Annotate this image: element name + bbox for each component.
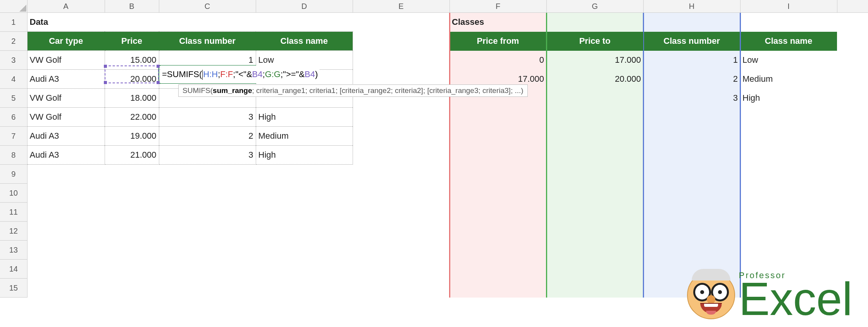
- cell-C2[interactable]: Class number: [159, 32, 256, 51]
- col-header-C[interactable]: C: [159, 0, 256, 13]
- cell-B6[interactable]: 22.000: [105, 108, 159, 127]
- cell-B5[interactable]: 18.000: [105, 89, 159, 108]
- col-header-blank[interactable]: [837, 0, 868, 13]
- row-header-6[interactable]: 6: [0, 108, 27, 127]
- row-header-5[interactable]: 5: [0, 89, 27, 108]
- cell-H9[interactable]: [643, 165, 740, 184]
- col-header-I[interactable]: I: [740, 0, 837, 13]
- col-header-F[interactable]: F: [450, 0, 546, 13]
- cell-I13[interactable]: [740, 241, 837, 260]
- cell-F10[interactable]: [450, 184, 546, 203]
- row-header-8[interactable]: 8: [0, 146, 27, 165]
- cell-H3[interactable]: 1: [643, 51, 740, 70]
- row-header-14[interactable]: 14: [0, 260, 27, 279]
- cell-H2[interactable]: Class number: [643, 32, 740, 51]
- col-header-B[interactable]: B: [105, 0, 159, 13]
- cell-A6[interactable]: VW Golf: [27, 108, 105, 127]
- cell-G2[interactable]: Price to: [546, 32, 643, 51]
- cell-F1[interactable]: Classes: [450, 13, 546, 32]
- cell-J13[interactable]: [837, 241, 868, 260]
- cell-F7[interactable]: [450, 127, 546, 146]
- cell-G6[interactable]: [546, 108, 643, 127]
- cell-B1[interactable]: [105, 13, 159, 32]
- cell-J9[interactable]: [837, 165, 868, 184]
- cell-G9[interactable]: [546, 165, 643, 184]
- cell-D2[interactable]: Class name: [256, 32, 353, 51]
- cell-B7[interactable]: 19.000: [105, 127, 159, 146]
- cell-A2[interactable]: Car type: [27, 32, 105, 51]
- cell-F6[interactable]: [450, 108, 546, 127]
- cell-I5[interactable]: High: [740, 89, 837, 108]
- cell-J10[interactable]: [837, 184, 868, 203]
- worksheet[interactable]: A B C D E F G H I 1 Data Classes 2 Car t…: [0, 0, 868, 327]
- cell-row10-left[interactable]: [27, 184, 450, 203]
- row-header-9[interactable]: 9: [0, 165, 27, 184]
- cell-I1[interactable]: [740, 13, 837, 32]
- cell-H8[interactable]: [643, 146, 740, 165]
- cell-G11[interactable]: [546, 203, 643, 222]
- cell-G14[interactable]: [546, 260, 643, 279]
- cell-row12-left[interactable]: [27, 222, 450, 241]
- cell-A4[interactable]: Audi A3: [27, 70, 105, 89]
- cell-H10[interactable]: [643, 184, 740, 203]
- cell-I6[interactable]: [740, 108, 837, 127]
- cell-E6[interactable]: [353, 108, 450, 127]
- cell-A8[interactable]: Audi A3: [27, 146, 105, 165]
- cell-F12[interactable]: [450, 222, 546, 241]
- cell-J4[interactable]: [837, 70, 868, 89]
- cell-G12[interactable]: [546, 222, 643, 241]
- cell-row14-left[interactable]: [27, 260, 450, 279]
- cell-A7[interactable]: Audi A3: [27, 127, 105, 146]
- cell-H6[interactable]: [643, 108, 740, 127]
- cell-G5[interactable]: [546, 89, 643, 108]
- cell-H1[interactable]: [643, 13, 740, 32]
- cell-J8[interactable]: [837, 146, 868, 165]
- cell-G10[interactable]: [546, 184, 643, 203]
- cell-F11[interactable]: [450, 203, 546, 222]
- cell-F14[interactable]: [450, 260, 546, 279]
- cell-row9-left[interactable]: [27, 165, 450, 184]
- row-header-10[interactable]: 10: [0, 184, 27, 203]
- cell-F3[interactable]: 0: [450, 51, 546, 70]
- cell-B2[interactable]: Price: [105, 32, 159, 51]
- cell-J5[interactable]: [837, 89, 868, 108]
- cell-D1[interactable]: [256, 13, 353, 32]
- cell-A3[interactable]: VW Golf: [27, 51, 105, 70]
- cell-G13[interactable]: [546, 241, 643, 260]
- row-header-3[interactable]: 3: [0, 51, 27, 70]
- cell-A1[interactable]: Data: [27, 13, 105, 32]
- cell-I7[interactable]: [740, 127, 837, 146]
- col-header-G[interactable]: G: [546, 0, 643, 13]
- cell-C6[interactable]: 3: [159, 108, 256, 127]
- cell-row15-left[interactable]: [27, 279, 450, 298]
- col-header-D[interactable]: D: [256, 0, 353, 13]
- cell-J3[interactable]: [837, 51, 868, 70]
- cell-E8[interactable]: [353, 146, 450, 165]
- spreadsheet-grid[interactable]: A B C D E F G H I 1 Data Classes 2 Car t…: [0, 0, 868, 298]
- cell-D7[interactable]: Medium: [256, 127, 353, 146]
- cell-A5[interactable]: VW Golf: [27, 89, 105, 108]
- cell-I11[interactable]: [740, 203, 837, 222]
- cell-G1[interactable]: [546, 13, 643, 32]
- select-all-corner[interactable]: [0, 0, 27, 13]
- cell-I4[interactable]: Medium: [740, 70, 837, 89]
- cell-I10[interactable]: [740, 184, 837, 203]
- cell-row11-left[interactable]: [27, 203, 450, 222]
- col-header-E[interactable]: E: [353, 0, 450, 13]
- cell-D6[interactable]: High: [256, 108, 353, 127]
- cell-C1[interactable]: [159, 13, 256, 32]
- cell-J2[interactable]: [837, 32, 868, 51]
- cell-row13-left[interactable]: [27, 241, 450, 260]
- row-header-13[interactable]: 13: [0, 241, 27, 260]
- row-header-12[interactable]: 12: [0, 222, 27, 241]
- cell-I9[interactable]: [740, 165, 837, 184]
- cell-G15[interactable]: [546, 279, 643, 298]
- cell-J11[interactable]: [837, 203, 868, 222]
- cell-C7[interactable]: 2: [159, 127, 256, 146]
- cell-I2[interactable]: Class name: [740, 32, 837, 51]
- col-header-H[interactable]: H: [643, 0, 740, 13]
- cell-H12[interactable]: [643, 222, 740, 241]
- formula-editor[interactable]: =SUMIFS(H:H;F:F;"<"&B4;G:G;">="&B4): [160, 65, 319, 83]
- cell-C8[interactable]: 3: [159, 146, 256, 165]
- cell-F13[interactable]: [450, 241, 546, 260]
